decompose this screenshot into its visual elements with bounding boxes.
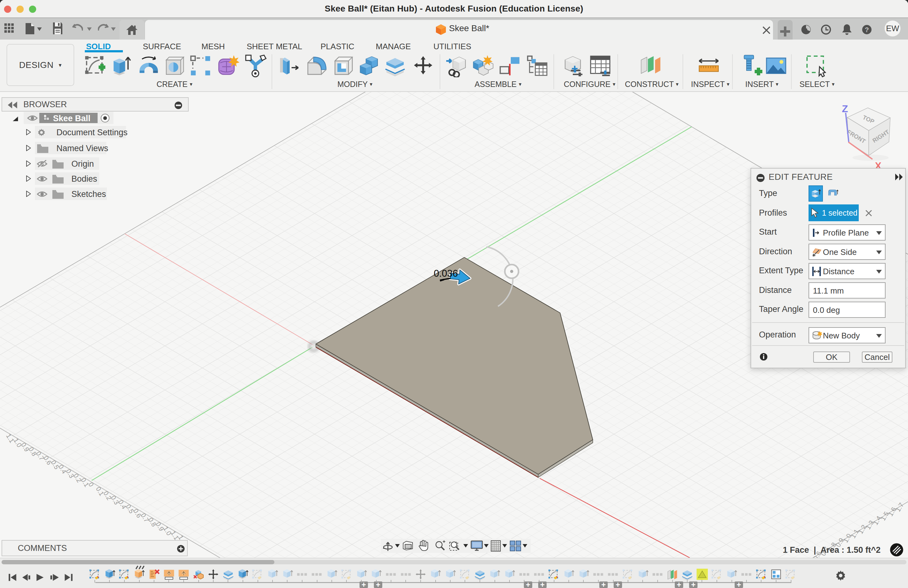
svg-text:Z: Z [842, 103, 848, 114]
svg-text:0.036: 0.036 [434, 268, 458, 279]
svg-text:?: ? [865, 26, 869, 34]
